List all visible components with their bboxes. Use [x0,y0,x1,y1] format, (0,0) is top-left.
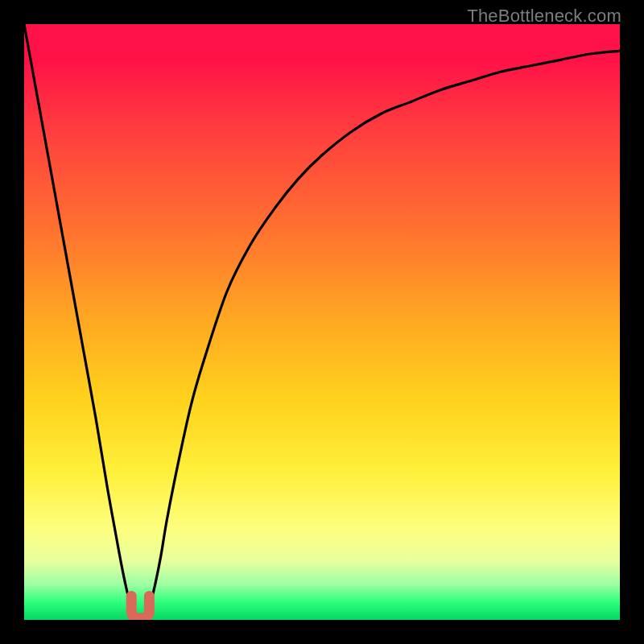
chart-frame: TheBottleneck.com [0,0,644,644]
bottleneck-curve [24,24,620,620]
plot-area [24,24,620,620]
curve-layer [24,24,620,620]
trough-marker [131,596,149,618]
